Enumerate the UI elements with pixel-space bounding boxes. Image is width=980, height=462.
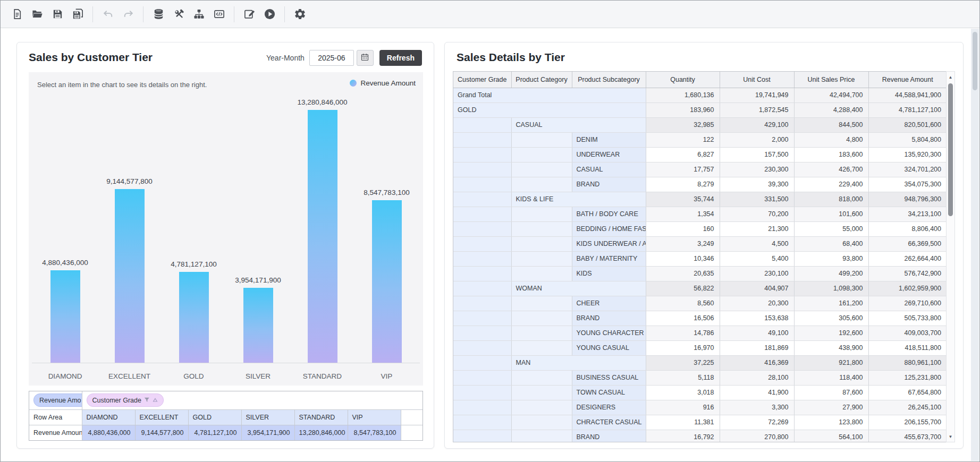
table-row[interactable]: UNDERWEAR6,827157,500183,600135,920,300 [453,147,947,162]
category-span-cell [511,162,572,177]
table-row[interactable]: BRAND16,506153,638305,600505,733,800 [453,311,947,326]
toolbar-run-button[interactable] [260,5,278,23]
grade-span-cell [453,251,511,266]
subcategory-label-cell[interactable]: CHRACTER CASUAL [572,415,646,430]
subcategory-label-cell[interactable]: CASUAL [572,162,646,177]
subcategory-label-cell[interactable]: CHEER [572,296,646,311]
window-scrollbar[interactable] [971,29,979,461]
category-span-cell [511,400,572,415]
subcategory-label-cell[interactable]: BUSINESS CASUAL [572,370,646,385]
sort-icon [150,397,158,404]
toolbar-new-file-button[interactable] [8,5,26,23]
grade-span-cell [453,415,511,430]
table-row[interactable]: WOMAN56,822404,9071,098,3001,602,959,900 [453,281,947,296]
toolbar-code-button[interactable] [210,5,228,23]
category-label-cell[interactable]: MAN [511,355,646,370]
subcategory-label-cell[interactable]: UNDERWEAR [572,147,646,162]
subcategory-label-cell[interactable]: BRAND [572,177,646,192]
toolbar-separator [143,6,143,22]
legend-label: Revenue Amount [360,79,416,87]
bar-chart: Select an item in the chart to see its d… [29,72,423,386]
quantity-cell: 8,560 [646,296,720,311]
bar-silver[interactable] [243,288,273,363]
table-row[interactable]: MAN37,225416,369921,800880,961,100 [453,355,947,370]
subcategory-label-cell[interactable]: BATH / BODY CARE [572,207,646,221]
table-row[interactable]: BRAND8,27939,300229,400354,075,300 [453,177,947,192]
calendar-button[interactable] [357,50,374,66]
bar-slot: 4,880,436,000 [33,259,97,363]
bar-value-label: 4,880,436,000 [42,259,88,267]
table-row[interactable]: BRAND16,792270,800564,100455,673,700 [453,430,947,442]
year-month-input[interactable] [309,50,354,66]
subcategory-label-cell[interactable]: BABY / MATERNITY [572,251,646,266]
table-row[interactable]: DESIGNERS9163,30027,90026,245,100 [453,400,947,415]
table-row[interactable]: KIDS20,635230,100499,200576,742,900 [453,266,947,281]
table-row[interactable]: DENIM1222,0004,8005,804,800 [453,132,947,147]
table-row[interactable]: Grand Total1,680,13619,741,94942,494,700… [453,88,947,102]
revenue-amount-cell: 505,733,800 [868,311,947,326]
table-scrollbar[interactable]: ▲ ▼ [946,71,955,442]
toolbar-tools-button[interactable] [170,5,188,23]
scroll-up-icon[interactable]: ▲ [947,73,954,81]
table-row[interactable]: YOUNG CASUAL16,970181,869438,900418,511,… [453,340,947,355]
category-label-cell[interactable]: CASUAL [511,117,646,132]
table-row[interactable]: CHEER8,56020,300161,200269,710,600 [453,296,947,311]
toolbar-save-all-button[interactable] [69,5,87,23]
grand-label-cell[interactable]: Grand Total [453,88,646,102]
toolbar-open-folder-button[interactable] [28,5,46,23]
table-row[interactable]: BUSINESS CASUAL5,11828,100118,400125,231… [453,370,947,385]
table-row[interactable]: GOLD183,9601,872,5454,288,4004,781,127,1… [453,102,947,117]
grade-label-cell[interactable]: GOLD [453,102,646,117]
table-row[interactable]: CASUAL17,757230,300426,700324,701,200 [453,162,947,177]
bar-diamond[interactable] [50,270,80,363]
grade-span-cell [453,192,511,207]
pivot-field-customer-grade[interactable]: Customer Grade [87,393,164,407]
scroll-down-icon[interactable]: ▼ [947,432,954,441]
subcategory-label-cell[interactable]: BRAND [572,311,646,326]
table-row[interactable]: CASUAL32,985429,100844,500820,501,600 [453,117,947,132]
pivot-value-cell: 8,547,783,100 [348,425,401,440]
subcategory-label-cell[interactable]: KIDS [572,266,646,281]
subcategory-label-cell[interactable]: TOWN CASUAL [572,385,646,400]
bar-vip[interactable] [372,200,402,363]
table-row[interactable]: TOWN CASUAL3,01841,90087,60067,654,800 [453,385,947,400]
unit-sales-price-cell: 564,100 [794,430,868,442]
toolbar-redo-button[interactable] [119,5,137,23]
table-row[interactable]: YOUNG CHARACTER14,78649,100192,600409,00… [453,326,947,340]
toolbar-save-button[interactable] [48,5,66,23]
table-row[interactable]: KIDS & LIFE35,744331,500818,000948,796,3… [453,192,947,207]
table-row[interactable]: BATH / BODY CARE1,35470,200101,60034,213… [453,207,947,221]
bar-gold[interactable] [179,272,209,363]
refresh-button[interactable]: Refresh [379,50,422,66]
subcategory-label-cell[interactable]: BEDDING / HOME FAS... [572,221,646,236]
tools-icon [173,8,185,20]
subcategory-label-cell[interactable]: KIDS UNDERWEAR / A... [572,236,646,251]
window-scrollbar-thumb[interactable] [973,32,977,90]
category-label-cell[interactable]: KIDS & LIFE [511,192,646,207]
toolbar-database-button[interactable] [149,5,167,23]
toolbar-sitemap-button[interactable] [190,5,208,23]
pivot-field-revenue-amount[interactable]: Revenue Amo [33,393,82,407]
subcategory-label-cell[interactable]: DESIGNERS [572,400,646,415]
table-row[interactable]: BEDDING / HOME FAS...16021,30055,0008,80… [453,221,947,236]
table-scrollbar-thumb[interactable] [948,83,953,216]
toolbar-undo-button[interactable] [99,5,117,23]
subcategory-label-cell[interactable]: YOUNG CASUAL [572,340,646,355]
table-row[interactable]: BABY / MATERNITY10,3465,40093,800262,664… [453,251,947,266]
chart-hint-text: Select an item in the chart to see its d… [37,81,207,89]
revenue-amount-cell: 4,781,127,100 [868,102,947,117]
bar-standard[interactable] [308,110,337,363]
column-header: Unit Sales Price [794,72,868,88]
column-header: Unit Cost [720,72,794,88]
table-row[interactable]: CHRACTER CASUAL11,38172,269123,800206,15… [453,415,947,430]
quantity-cell: 916 [646,400,720,415]
category-label-cell[interactable]: WOMAN [511,281,646,296]
toolbar-edit-button[interactable] [240,5,258,23]
subcategory-label-cell[interactable]: YOUNG CHARACTER [572,326,646,340]
bar-excellent[interactable] [115,189,145,363]
subcategory-label-cell[interactable]: DENIM [572,132,646,147]
toolbar-settings-button[interactable] [291,5,309,23]
subcategory-label-cell[interactable]: BRAND [572,430,646,442]
table-row[interactable]: KIDS UNDERWEAR / A...3,2494,50068,40066,… [453,236,947,251]
quantity-cell: 37,225 [646,355,720,370]
